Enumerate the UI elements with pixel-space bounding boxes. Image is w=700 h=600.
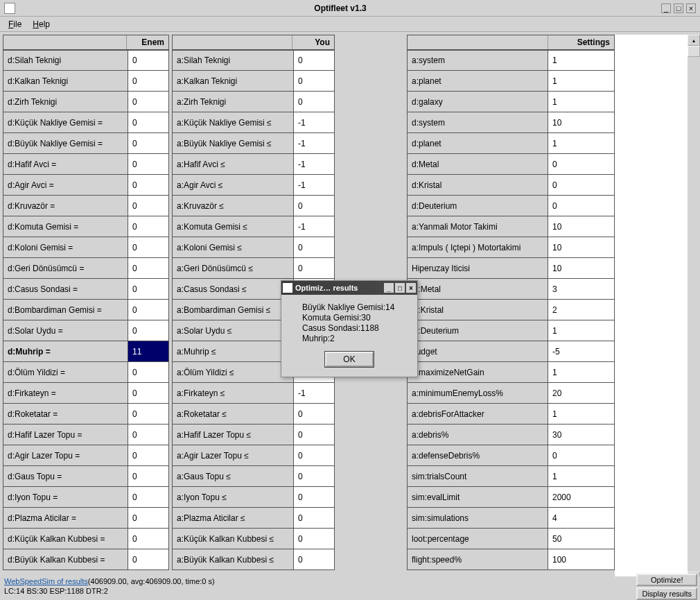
you-value[interactable]: -1 bbox=[294, 175, 334, 195]
enemy-value[interactable]: 0 bbox=[128, 112, 168, 132]
you-value[interactable]: 0 bbox=[294, 529, 334, 549]
you-value[interactable]: 0 bbox=[294, 71, 334, 91]
enemy-value[interactable]: 0 bbox=[128, 320, 168, 341]
scroll-up-icon[interactable]: ▴ bbox=[688, 35, 700, 46]
settings-value[interactable]: 1 bbox=[548, 133, 614, 153]
settings-value[interactable]: 4 bbox=[548, 508, 614, 528]
enemy-value[interactable]: 0 bbox=[128, 549, 168, 569]
settings-value[interactable]: -5 bbox=[548, 341, 614, 361]
settings-value[interactable]: 0 bbox=[548, 445, 614, 465]
enemy-value[interactable]: 0 bbox=[128, 71, 168, 91]
you-value[interactable]: 0 bbox=[294, 92, 334, 112]
optimize-button[interactable]: Optimize! bbox=[636, 574, 697, 586]
enemy-value[interactable]: 0 bbox=[128, 92, 168, 112]
enemy-value[interactable]: 0 bbox=[128, 196, 168, 216]
settings-value[interactable]: 1 bbox=[548, 362, 614, 382]
settings-value[interactable]: 1 bbox=[548, 466, 614, 486]
window-titlebar: Optifleet v1.3 _ □ × bbox=[0, 0, 700, 17]
you-label: a:Ölüm Yildizi ≤ bbox=[173, 362, 294, 382]
minimize-button[interactable]: _ bbox=[661, 3, 671, 13]
menu-help[interactable]: Help bbox=[27, 18, 55, 31]
settings-value[interactable]: 2000 bbox=[548, 487, 614, 507]
settings-label: a:debrisForAttacker bbox=[408, 404, 548, 424]
you-value[interactable]: -1 bbox=[294, 112, 334, 132]
settings-value[interactable]: 100 bbox=[548, 549, 614, 569]
you-value[interactable]: 0 bbox=[294, 487, 334, 507]
enemy-label: d:Muhrip = bbox=[3, 341, 128, 361]
enemy-value[interactable]: 0 bbox=[128, 508, 168, 528]
enemy-value[interactable]: 0 bbox=[128, 216, 168, 237]
enemy-value[interactable]: 0 bbox=[128, 445, 168, 465]
settings-value[interactable]: 1 bbox=[548, 92, 614, 112]
settings-row: d:planet1 bbox=[407, 133, 615, 154]
you-value[interactable]: 0 bbox=[294, 466, 334, 486]
vertical-scrollbar[interactable]: ▴ ▾ bbox=[688, 35, 700, 583]
maximize-button[interactable]: □ bbox=[674, 3, 683, 13]
enemy-value[interactable]: 0 bbox=[128, 300, 168, 320]
enemy-value[interactable]: 0 bbox=[128, 175, 168, 195]
you-value[interactable]: -1 bbox=[294, 216, 334, 237]
statusbar: WebSpeedSim of results (406909.00, avg:4… bbox=[0, 576, 700, 600]
you-value[interactable]: 0 bbox=[294, 51, 334, 70]
settings-value[interactable]: 20 bbox=[548, 383, 614, 403]
you-value[interactable]: 0 bbox=[294, 237, 334, 257]
you-value[interactable]: 0 bbox=[294, 404, 334, 424]
settings-value[interactable]: 0 bbox=[548, 196, 614, 216]
settings-value[interactable]: 30 bbox=[548, 425, 614, 445]
dialog-ok-button[interactable]: OK bbox=[325, 352, 373, 367]
dialog-minimize-button[interactable]: _ bbox=[384, 283, 394, 293]
display-results-button[interactable]: Display results bbox=[636, 588, 697, 600]
settings-value[interactable]: 2 bbox=[548, 300, 614, 320]
settings-value[interactable]: 10 bbox=[548, 258, 614, 278]
enemy-value[interactable]: 0 bbox=[128, 133, 168, 153]
you-header[interactable]: You bbox=[292, 35, 334, 49]
enemy-value[interactable]: 0 bbox=[128, 425, 168, 445]
dialog-close-button[interactable]: × bbox=[406, 283, 416, 293]
settings-value[interactable]: 0 bbox=[548, 154, 614, 174]
dialog-titlebar[interactable]: Optimiz… results _ □ × bbox=[281, 281, 417, 295]
enemy-header[interactable]: Enem bbox=[127, 35, 168, 49]
enemy-value[interactable]: 0 bbox=[128, 404, 168, 424]
you-value[interactable]: 0 bbox=[294, 425, 334, 445]
settings-value[interactable]: 1 bbox=[548, 71, 614, 91]
right-panel bbox=[615, 35, 694, 583]
enemy-value[interactable]: 0 bbox=[128, 466, 168, 486]
enemy-value[interactable]: 0 bbox=[128, 154, 168, 174]
you-value[interactable]: 0 bbox=[294, 508, 334, 528]
close-button[interactable]: × bbox=[686, 3, 696, 13]
enemy-value[interactable]: 11 bbox=[128, 341, 168, 361]
you-label: a:Silah Teknigi bbox=[173, 51, 294, 70]
settings-value[interactable]: 10 bbox=[548, 112, 614, 132]
scroll-thumb[interactable] bbox=[688, 46, 700, 57]
enemy-value[interactable]: 0 bbox=[128, 258, 168, 278]
enemy-value[interactable]: 0 bbox=[128, 51, 168, 70]
you-value[interactable]: 0 bbox=[294, 196, 334, 216]
settings-value[interactable]: 50 bbox=[548, 529, 614, 549]
enemy-value[interactable]: 0 bbox=[128, 237, 168, 257]
settings-value[interactable]: 1 bbox=[548, 404, 614, 424]
settings-header[interactable]: Settings bbox=[548, 35, 614, 49]
you-value[interactable]: 0 bbox=[294, 258, 334, 278]
you-value[interactable]: -1 bbox=[294, 133, 334, 153]
you-value[interactable]: -1 bbox=[294, 383, 334, 403]
you-value[interactable]: 0 bbox=[294, 445, 334, 465]
settings-value[interactable]: 10 bbox=[548, 216, 614, 237]
dialog-maximize-button[interactable]: □ bbox=[395, 283, 405, 293]
enemy-value[interactable]: 0 bbox=[128, 279, 168, 299]
settings-value[interactable]: 3 bbox=[548, 279, 614, 299]
enemy-value[interactable]: 0 bbox=[128, 383, 168, 403]
settings-value[interactable]: 1 bbox=[548, 51, 614, 70]
enemy-row: d:Firkateyn =0 bbox=[3, 383, 169, 404]
enemy-value[interactable]: 0 bbox=[128, 487, 168, 507]
enemy-value[interactable]: 0 bbox=[128, 362, 168, 382]
you-value[interactable]: -1 bbox=[294, 154, 334, 174]
you-value[interactable]: 0 bbox=[294, 549, 334, 569]
settings-value[interactable]: 0 bbox=[548, 175, 614, 195]
settings-value[interactable]: 10 bbox=[548, 237, 614, 257]
settings-value[interactable]: 1 bbox=[548, 320, 614, 341]
webspeedsim-link[interactable]: WebSpeedSim of results bbox=[4, 577, 88, 585]
menu-file[interactable]: File bbox=[3, 18, 27, 31]
enemy-row: d:Agir Avci =0 bbox=[3, 175, 169, 196]
enemy-value[interactable]: 0 bbox=[128, 529, 168, 549]
enemy-label: d:Bombardiman Gemisi = bbox=[3, 300, 128, 320]
